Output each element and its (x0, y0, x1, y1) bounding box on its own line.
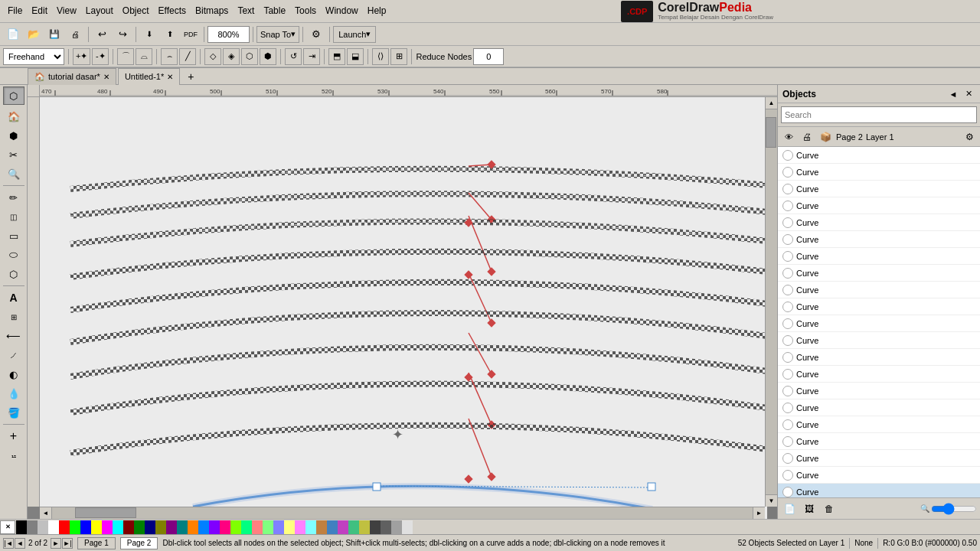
object-list-item-16[interactable]: Curve (778, 416, 980, 433)
obj-visibility-circle[interactable] (782, 285, 793, 295)
text-menu[interactable]: Text (233, 4, 259, 18)
layer-print-btn[interactable]: 📦 (818, 129, 833, 145)
obj-visibility-circle[interactable] (782, 335, 793, 346)
text-tool[interactable]: A (3, 289, 24, 307)
color-swatch-ffff80[interactable] (284, 520, 295, 534)
options-btn[interactable]: ⚙ (306, 24, 326, 44)
extend-btn[interactable]: ⇥ (303, 48, 320, 65)
color-swatch-80ff00[interactable] (230, 520, 241, 534)
layer-eye-btn[interactable]: 👁 (781, 129, 796, 145)
close-tab2-btn[interactable]: ✕ (167, 73, 173, 81)
object-list-item-11[interactable]: Curve (778, 332, 980, 349)
color-swatch-c08040[interactable] (316, 520, 327, 534)
curve-tool[interactable]: ✏ (3, 188, 24, 207)
object-list-item-4[interactable]: Curve (778, 214, 980, 231)
object-list-item-2[interactable]: Curve (778, 181, 980, 197)
help-menu[interactable]: Help (363, 4, 391, 18)
object-list-item-12[interactable]: Curve (778, 349, 980, 366)
panel-obj-btn[interactable]: 🖼 (801, 501, 818, 517)
hscroll-left-btn[interactable]: ◄ (40, 507, 52, 520)
color-swatch-c0c0c0[interactable] (38, 520, 48, 534)
mode-select[interactable]: Freehand (3, 48, 64, 65)
obj-visibility-circle[interactable] (782, 318, 793, 329)
save-btn[interactable]: 💾 (44, 24, 64, 44)
publish-pdf-btn[interactable]: PDF (181, 24, 201, 44)
color-swatch-008000[interactable] (134, 520, 145, 534)
obj-visibility-circle[interactable] (782, 150, 793, 161)
drawing-canvas[interactable]: ✦ (40, 97, 777, 519)
zoom-slider[interactable]: 🔍 (920, 504, 977, 514)
bitmaps-menu[interactable]: Bitmaps (191, 4, 233, 18)
color-swatch-0080ff[interactable] (198, 520, 209, 534)
object-list-item-0[interactable]: Curve (778, 147, 980, 164)
color-swatch-808080[interactable] (27, 520, 38, 534)
horizontal-scrollbar[interactable]: ◄ ► (40, 507, 765, 519)
select-all-btn[interactable]: ⊞ (390, 48, 407, 65)
obj-visibility-circle[interactable] (782, 369, 793, 380)
scroll-up-btn[interactable]: ▲ (766, 97, 778, 109)
object-list-item-10[interactable]: Curve (778, 315, 980, 332)
panel-layers-btn[interactable]: 📄 (781, 501, 798, 517)
redo-btn[interactable]: ↪ (113, 24, 132, 44)
color-swatch-ff0080[interactable] (220, 520, 230, 534)
color-swatch-0000ff[interactable] (80, 520, 91, 534)
fill-tool[interactable]: 🪣 (3, 403, 24, 422)
obj-visibility-circle[interactable] (782, 487, 793, 497)
color-swatch-ff8000[interactable] (188, 520, 198, 534)
color-swatch-ff8080[interactable] (252, 520, 263, 534)
obj-visibility-circle[interactable] (782, 419, 793, 430)
crop-tool[interactable]: ✂ (3, 145, 24, 164)
elastic-btn[interactable]: ⟨⟩ (372, 48, 389, 65)
color-swatch-606060[interactable] (381, 520, 391, 534)
color-swatch-ffff00[interactable] (91, 520, 102, 534)
object-list-item-18[interactable]: Curve (778, 450, 980, 467)
cusp-btn[interactable]: ◇ (204, 48, 221, 65)
vertical-scrollbar[interactable]: ▲ ▼ (765, 97, 777, 507)
object-list-item-9[interactable]: Curve (778, 298, 980, 315)
color-swatch-a0a0a0[interactable] (391, 520, 402, 534)
obj-visibility-circle[interactable] (782, 436, 793, 447)
first-page-btn[interactable]: |◄ (3, 538, 14, 549)
scroll-down-btn[interactable]: ▼ (766, 494, 778, 507)
undo-btn[interactable]: ↩ (92, 24, 112, 44)
obj-visibility-circle[interactable] (782, 184, 793, 194)
color-swatch-ff00ff[interactable] (102, 520, 113, 534)
print-btn[interactable]: 🖨 (65, 24, 85, 44)
panel-zoom-slider[interactable] (931, 504, 977, 514)
page-tab-1[interactable]: Page 1 (77, 537, 116, 549)
effects-menu[interactable]: Effects (154, 4, 191, 18)
add-symbol-btn[interactable]: + (3, 427, 24, 445)
color-swatch-ff80ff[interactable] (295, 520, 305, 534)
color-swatch-00ff80[interactable] (241, 520, 252, 534)
view-menu[interactable]: View (52, 4, 81, 18)
object-list-item-6[interactable]: Curve (778, 248, 980, 265)
smartdraw-tool[interactable]: ◫ (3, 207, 24, 226)
obj-visibility-circle[interactable] (782, 251, 793, 262)
break-node-btn[interactable]: ⌓ (136, 48, 152, 65)
object-menu[interactable]: Object (118, 4, 154, 18)
color-swatch-000080[interactable] (145, 520, 155, 534)
object-list-item-17[interactable]: Curve (778, 433, 980, 450)
obj-visibility-circle[interactable] (782, 453, 793, 464)
polygon-tool[interactable]: ⬡ (3, 265, 24, 283)
rect-tool[interactable]: ▭ (3, 227, 24, 245)
color-swatch-8000ff[interactable] (209, 520, 220, 534)
obj-visibility-circle[interactable] (782, 234, 793, 245)
zoom-tool[interactable]: 🔍 (3, 165, 24, 183)
blend-tool[interactable]: ◐ (3, 365, 24, 383)
select-tool[interactable]: ⬡ (3, 86, 24, 105)
layer-lock-btn[interactable]: 🖨 (799, 129, 815, 145)
new-tab-btn[interactable]: + (183, 69, 198, 84)
last-page-btn[interactable]: ►| (62, 538, 73, 549)
tab-tutorial[interactable]: 🏠 tutorial dasar* ✕ (28, 68, 116, 85)
dimension-tool[interactable]: ⟵ (3, 327, 24, 345)
file-menu[interactable]: File (3, 4, 27, 18)
object-list-item-15[interactable]: Curve (778, 399, 980, 416)
object-list-item-20[interactable]: Curve (778, 484, 980, 497)
align-nodes-v-btn[interactable]: ⬓ (347, 48, 364, 65)
color-swatch-00ff00[interactable] (70, 520, 80, 534)
color-swatch-800080[interactable] (166, 520, 177, 534)
layer-settings-btn[interactable]: ⚙ (962, 129, 977, 145)
color-swatch-80ff80[interactable] (263, 520, 273, 534)
smooth-btn[interactable]: ◈ (223, 48, 240, 65)
